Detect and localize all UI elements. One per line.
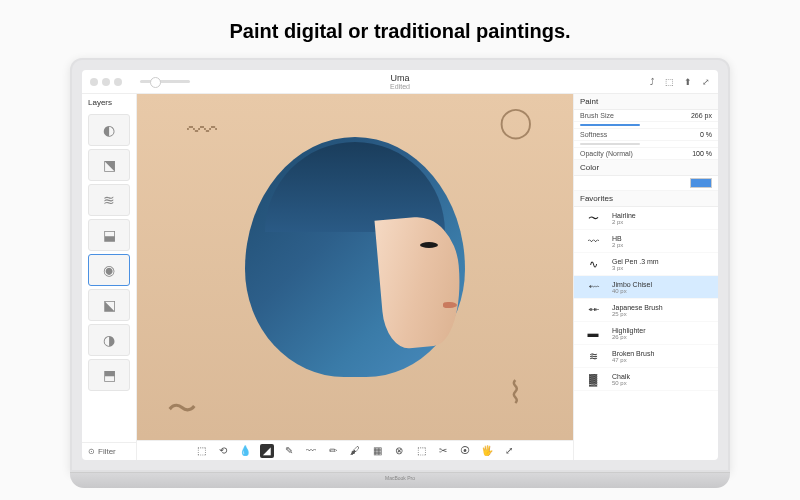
- laptop-frame: Uma Edited ⤴⬚⬆⤢ Layers ◐⬔≋⬓◉⬕◑⬒ ⊙ Filter: [70, 58, 730, 488]
- brush-name: Broken Brush: [612, 350, 654, 357]
- layers-header: Layers: [82, 94, 136, 111]
- brush-preview-icon: ▬: [580, 326, 606, 340]
- zoom-slider[interactable]: [140, 80, 190, 83]
- brush-size-bar[interactable]: [580, 124, 640, 126]
- laptop-base: MacBook Pro: [70, 472, 730, 488]
- brush-size-label: 47 px: [612, 357, 654, 363]
- app-window: Uma Edited ⤴⬚⬆⤢ Layers ◐⬔≋⬓◉⬕◑⬒ ⊙ Filter: [82, 70, 718, 460]
- titlebar: Uma Edited ⤴⬚⬆⤢: [82, 70, 718, 94]
- brush-size-label: 2 px: [612, 242, 623, 248]
- brush-preview-icon: ∿: [580, 257, 606, 271]
- layer-thumb[interactable]: ⬕: [88, 289, 130, 321]
- artwork-portrait: [225, 127, 485, 427]
- color-swatch[interactable]: [690, 178, 712, 188]
- color-row[interactable]: [574, 176, 718, 191]
- tool-button[interactable]: ⬚: [194, 444, 208, 458]
- layer-thumb[interactable]: ◑: [88, 324, 130, 356]
- tool-button[interactable]: ▦: [370, 444, 384, 458]
- layer-thumb[interactable]: ⬓: [88, 219, 130, 251]
- titlebar-actions: ⤴⬚⬆⤢: [650, 77, 710, 87]
- brush-preview-icon: ⬳: [580, 280, 606, 294]
- inspector-panel: Paint Brush Size 266 px Softness 0 % Opa…: [573, 94, 718, 460]
- tool-button[interactable]: ✂: [436, 444, 450, 458]
- brush-name: Gel Pen .3 mm: [612, 258, 659, 265]
- color-header: Color: [574, 160, 718, 176]
- stroke-decoration: ◯: [499, 104, 533, 139]
- tool-button[interactable]: ✏: [326, 444, 340, 458]
- layer-thumb[interactable]: ◐: [88, 114, 130, 146]
- brush-item[interactable]: 〰HB2 px: [574, 230, 718, 253]
- window-controls[interactable]: [90, 78, 122, 86]
- brush-item[interactable]: ▓Chalk50 px: [574, 368, 718, 391]
- tool-button[interactable]: ⟲: [216, 444, 230, 458]
- filter-icon: ⊙: [88, 447, 95, 456]
- brush-item[interactable]: ⬵Japanese Brush25 px: [574, 299, 718, 322]
- brush-size-label: 50 px: [612, 380, 630, 386]
- tool-button[interactable]: ✎: [282, 444, 296, 458]
- stroke-decoration: ⌇: [508, 375, 523, 410]
- tool-button[interactable]: ⤢: [502, 444, 516, 458]
- canvas[interactable]: 〰 ◯ 〜 ⌇: [137, 94, 573, 460]
- brush-name: Japanese Brush: [612, 304, 663, 311]
- brush-name: Highlighter: [612, 327, 645, 334]
- brush-list: 〜Hairline2 px〰HB2 px∿Gel Pen .3 mm3 px⬳J…: [574, 207, 718, 460]
- paint-header: Paint: [574, 94, 718, 110]
- tool-button[interactable]: ⬚: [414, 444, 428, 458]
- layer-thumb[interactable]: ⬒: [88, 359, 130, 391]
- brush-size-label: 40 px: [612, 288, 652, 294]
- tool-button[interactable]: 〰: [304, 444, 318, 458]
- brush-item[interactable]: ∿Gel Pen .3 mm3 px: [574, 253, 718, 276]
- brush-size-label: 26 px: [612, 334, 645, 340]
- brush-item[interactable]: ≋Broken Brush47 px: [574, 345, 718, 368]
- brush-preview-icon: ≋: [580, 349, 606, 363]
- tool-button[interactable]: ◢: [260, 444, 274, 458]
- titlebar-icon[interactable]: ⬚: [665, 77, 674, 87]
- bottom-toolbar: ⬚⟲💧◢✎〰✏🖌▦⊗⬚✂⦿🖐⤢: [137, 440, 573, 460]
- brush-name: Jimbo Chisel: [612, 281, 652, 288]
- brush-preview-icon: 〜: [580, 211, 606, 225]
- brush-size-label: 2 px: [612, 219, 636, 225]
- layers-panel: Layers ◐⬔≋⬓◉⬕◑⬒ ⊙ Filter: [82, 94, 137, 460]
- softness-bar[interactable]: [580, 143, 640, 145]
- layer-thumb[interactable]: ⬔: [88, 149, 130, 181]
- tool-button[interactable]: 🖐: [480, 444, 494, 458]
- layer-thumb[interactable]: ◉: [88, 254, 130, 286]
- brush-item[interactable]: ⬳Jimbo Chisel40 px: [574, 276, 718, 299]
- brush-name: HB: [612, 235, 623, 242]
- brush-preview-icon: 〰: [580, 234, 606, 248]
- brush-preview-icon: ⬵: [580, 303, 606, 317]
- layers-filter[interactable]: ⊙ Filter: [82, 442, 136, 460]
- softness-row[interactable]: Softness 0 %: [574, 129, 718, 141]
- marketing-headline: Paint digital or traditional paintings.: [0, 0, 800, 58]
- layer-thumb[interactable]: ≋: [88, 184, 130, 216]
- favorites-header: Favorites: [574, 191, 718, 207]
- document-title: Uma Edited: [390, 73, 410, 90]
- titlebar-icon[interactable]: ⤢: [702, 77, 710, 87]
- brush-item[interactable]: ▬Highlighter26 px: [574, 322, 718, 345]
- tool-button[interactable]: ⦿: [458, 444, 472, 458]
- brush-name: Hairline: [612, 212, 636, 219]
- brush-preview-icon: ▓: [580, 372, 606, 386]
- screen-bezel: Uma Edited ⤴⬚⬆⤢ Layers ◐⬔≋⬓◉⬕◑⬒ ⊙ Filter: [70, 58, 730, 472]
- brush-name: Chalk: [612, 373, 630, 380]
- layers-list: ◐⬔≋⬓◉⬕◑⬒: [82, 111, 136, 442]
- opacity-row[interactable]: Opacity (Normal) 100 %: [574, 148, 718, 160]
- brush-size-label: 25 px: [612, 311, 663, 317]
- tool-button[interactable]: 🖌: [348, 444, 362, 458]
- titlebar-icon[interactable]: ⬆: [684, 77, 692, 87]
- brush-size-row[interactable]: Brush Size 266 px: [574, 110, 718, 122]
- tool-button[interactable]: 💧: [238, 444, 252, 458]
- titlebar-icon[interactable]: ⤴: [650, 77, 655, 87]
- tool-button[interactable]: ⊗: [392, 444, 406, 458]
- brush-item[interactable]: 〜Hairline2 px: [574, 207, 718, 230]
- stroke-decoration: 〰: [187, 114, 217, 148]
- brush-size-label: 3 px: [612, 265, 659, 271]
- stroke-decoration: 〜: [167, 389, 197, 430]
